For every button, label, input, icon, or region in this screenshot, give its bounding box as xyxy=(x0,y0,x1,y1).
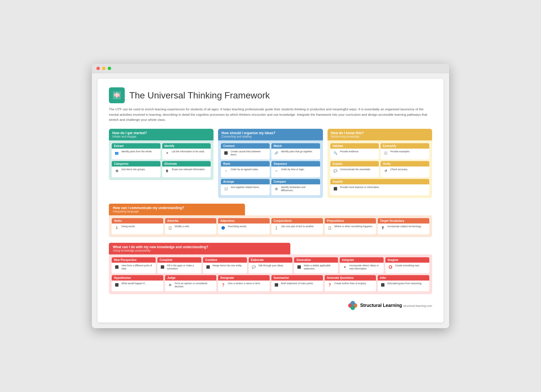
target-vocab-icon: T xyxy=(380,225,386,231)
knowledge-subtitle: Using knowledge purposefully xyxy=(113,249,286,252)
combine-body: ⬛ Merge items into one entity. xyxy=(203,263,247,273)
explain-header: Explain xyxy=(330,161,379,167)
extract-card: Extract 👥 Identify parts from the whole. xyxy=(112,143,160,159)
adverbs-body: 📋 Modify a verb. xyxy=(165,224,217,234)
compare-card: Compare ◎ Identify similarities and diff… xyxy=(271,179,320,195)
language-question: How can I communicate my understanding? xyxy=(113,206,241,210)
validate-body: 🔍 Provide evidence. xyxy=(330,149,379,159)
compare-text: Identify similarities and differences. xyxy=(281,186,318,193)
elaborate-card: Elaborate 💬 Talk through your ideas. xyxy=(249,257,293,273)
extract-text: Identify parts from the whole. xyxy=(121,150,152,153)
verbs-text: Doing words. xyxy=(121,225,136,228)
knowledge-row1: New Perspective ⬛ View from a different … xyxy=(112,257,429,273)
rank-header: Rank xyxy=(221,161,270,167)
imagine-text: Create something new. xyxy=(395,264,420,267)
prepositions-card: Prepositions 📋 Where or when something h… xyxy=(325,218,376,234)
verify-text: Check accuracy. xyxy=(390,168,408,171)
know-cards: Validate 🔍 Provide evidence. Exemplify ⬜… xyxy=(330,143,429,177)
know-question: How do I know this? xyxy=(331,131,429,135)
categorise-text: Sort items into groups. xyxy=(121,168,145,171)
designate-body: ❓ Give a section a name or term. xyxy=(218,281,270,291)
integrate-header: Integrate xyxy=(340,257,384,263)
generate-questions-card: Generate Questions ❓ Create further line… xyxy=(325,275,376,291)
infer-body: ⬛ Educated guess from reasoning. xyxy=(378,281,429,291)
close-button[interactable] xyxy=(96,67,100,70)
language-cards: Verbs 🏃 Doing words. Adverbs 📋 Modify a … xyxy=(112,218,429,234)
minimize-button[interactable] xyxy=(102,67,105,70)
exemplify-card: Exemplify ⬜ Provide examples. xyxy=(381,143,429,159)
initiate-question: How do I get started? xyxy=(112,131,210,135)
adjectives-text: Describing words. xyxy=(228,225,247,228)
verify-body: ↺ Check accuracy. xyxy=(381,167,429,177)
imagine-icon: ⭕ xyxy=(387,264,394,270)
sections-row: How do I get started? Initiate and engag… xyxy=(109,129,432,198)
knowledge-body: New Perspective ⬛ View from a different … xyxy=(109,254,432,294)
hypothesise-card: Hypothesise ⬛ What would happen if... xyxy=(112,275,163,291)
verbs-body: 🏃 Doing words. xyxy=(112,224,163,234)
generate-questions-text: Create further lines of enquiry. xyxy=(334,282,367,285)
designate-card: Designate ❓ Give a section a name or ter… xyxy=(218,275,270,291)
hypothesise-body: ⬛ What would happen if... xyxy=(112,281,163,291)
elaborate-body: 💬 Talk through your ideas. xyxy=(249,263,293,273)
exemplify-icon: ⬜ xyxy=(382,150,389,156)
extract-header: Extract xyxy=(112,143,160,149)
connect-card: Connect ⬛ Create causal links between it… xyxy=(221,143,270,159)
compare-body: ◎ Identify similarities and differences. xyxy=(271,184,320,195)
match-icon: 🔗 xyxy=(273,150,280,156)
language-subtitle: Integrating language xyxy=(113,210,241,213)
connect-body: ⬛ Create causal links between items. xyxy=(221,149,270,159)
generate-questions-body: ❓ Create further lines of enquiry. xyxy=(325,281,376,291)
organise-cards: Connect ⬛ Create causal links between it… xyxy=(221,143,320,195)
summarise-header: Summarise xyxy=(271,275,323,281)
maximize-button[interactable] xyxy=(108,67,111,70)
generate-questions-icon: ❓ xyxy=(327,282,333,288)
categorise-icon: ⊞ xyxy=(114,168,120,174)
compare-icon: ◎ xyxy=(273,186,280,192)
page-title: The Universal Thinking Framework xyxy=(129,90,270,101)
target-vocab-text: Incorporate subject terminology. xyxy=(387,225,421,228)
integrate-card: Integrate ≡ Incorporate others' ideas or… xyxy=(340,257,384,273)
validate-icon: 🔍 xyxy=(332,150,339,156)
hypothesise-text: What would happen if... xyxy=(121,282,147,285)
imagine-body: ⭕ Create something new. xyxy=(385,263,429,273)
elaborate-icon: 💬 xyxy=(251,264,257,270)
verify-card: Verify ↺ Check accuracy. xyxy=(381,161,429,177)
identify-text: List the information to be used. xyxy=(172,150,205,153)
adjectives-card: Adjectives 🔵 Describing words. xyxy=(218,218,270,234)
designate-text: Give a section a name or term. xyxy=(228,282,261,285)
eliminate-text: Erase non-relevant information. xyxy=(172,168,206,171)
adjectives-header: Adjectives xyxy=(218,218,270,224)
prepositions-text: Where or when something happens. xyxy=(334,225,373,228)
generate-questions-header: Generate Questions xyxy=(325,275,376,281)
amplify-body: ⬛ Provide more features or information. xyxy=(330,184,429,195)
imagine-card: Imagine ⭕ Create something new. xyxy=(385,257,429,273)
categorise-body: ⊞ Sort items into groups. xyxy=(112,167,160,177)
adverbs-header: Adverbs xyxy=(165,218,217,224)
arrange-text: Join together related items. xyxy=(231,186,260,189)
judge-header: Judge xyxy=(165,275,217,281)
judge-card: Judge ⚖ Form an opinion or considered de… xyxy=(165,275,217,291)
generalise-body: ⬛ Make a widely applicable statement. xyxy=(294,263,338,273)
identify-header: Identify xyxy=(162,143,211,149)
amplify-row: Amplify ⬛ Provide more features or infor… xyxy=(330,179,429,195)
exemplify-header: Exemplify xyxy=(381,143,429,149)
conjunctions-card: Conjunctions 🚶 Join one part of text to … xyxy=(271,218,323,234)
language-body: Verbs 🏃 Doing words. Adverbs 📋 Modify a … xyxy=(109,215,432,237)
elaborate-text: Talk through your ideas. xyxy=(258,264,284,267)
complete-text: Fill in the gaps or make a correction. xyxy=(167,264,199,271)
new-perspective-card: New Perspective ⬛ View from a different … xyxy=(112,257,156,273)
sequence-icon: ↔ xyxy=(273,168,280,174)
imagine-header: Imagine xyxy=(385,257,429,263)
summarise-body: ⬛ Brief statement of main points. xyxy=(271,281,323,291)
categorise-header: Categorise xyxy=(112,161,160,167)
arrange-icon: ⬜ xyxy=(223,186,229,192)
validate-card: Validate 🔍 Provide evidence. xyxy=(330,143,379,159)
new-perspective-icon: ⬛ xyxy=(114,264,120,270)
browser-titlebar xyxy=(92,64,449,73)
verbs-icon: 🏃 xyxy=(114,225,120,231)
conjunctions-icon: 🚶 xyxy=(273,225,280,231)
knowledge-section: What can I do with my new knowledge and … xyxy=(109,243,432,294)
sequence-header: Sequence xyxy=(271,161,320,167)
connect-icon: ⬛ xyxy=(223,150,229,156)
extract-icon: 👥 xyxy=(114,150,120,156)
